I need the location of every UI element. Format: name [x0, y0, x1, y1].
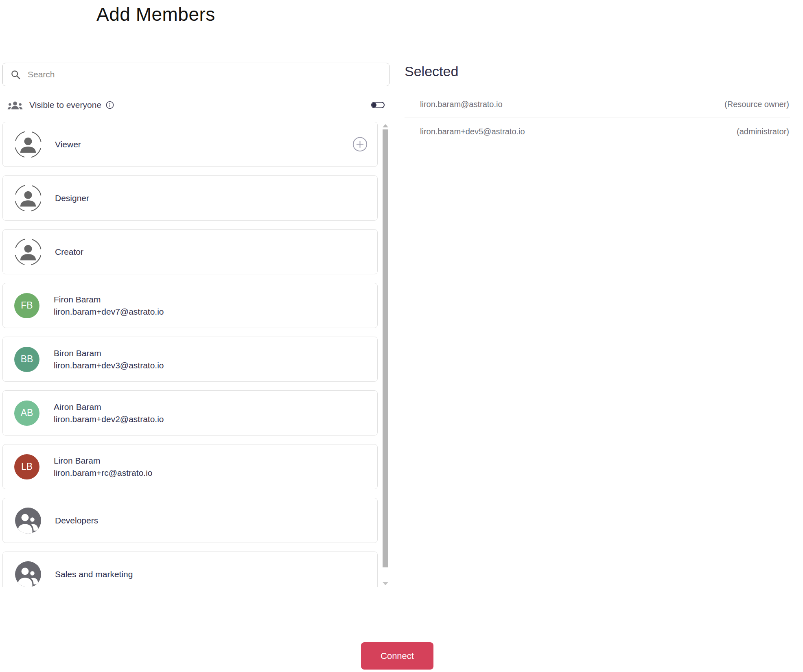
user-email: liron.baram+rc@astrato.io: [54, 468, 153, 478]
list-item-user[interactable]: LB Liron Baram liron.baram+rc@astrato.io: [2, 444, 378, 489]
selected-row[interactable]: liron.baram+dev5@astrato.io (administrat…: [405, 118, 790, 145]
person-dashed-icon: [14, 131, 42, 158]
list-item-user[interactable]: FB Firon Baram liron.baram+dev7@astrato.…: [2, 283, 378, 328]
avatar-initials: FB: [21, 300, 33, 311]
role-label: Creator: [55, 247, 83, 257]
page-title: Add Members: [96, 3, 215, 25]
avatar: FB: [14, 293, 39, 318]
search-box[interactable]: [2, 63, 389, 86]
user-name: Liron Baram: [54, 456, 153, 466]
selected-email: liron.baram@astrato.io: [420, 100, 503, 109]
selected-panel: Selected liron.baram@astrato.io (Resourc…: [405, 63, 790, 145]
user-email: liron.baram+dev2@astrato.io: [54, 414, 164, 424]
add-icon[interactable]: [352, 137, 368, 152]
list-item-user[interactable]: AB Airon Baram liron.baram+dev2@astrato.…: [2, 390, 378, 436]
avatar: BB: [14, 347, 39, 372]
search-input[interactable]: [28, 70, 382, 79]
list-item-role-viewer[interactable]: Viewer: [2, 122, 378, 167]
list-item-group[interactable]: Developers: [2, 498, 378, 543]
user-email: liron.baram+dev7@astrato.io: [54, 307, 164, 317]
visibility-row: Visible to everyone: [2, 99, 389, 111]
avatar-initials: BB: [21, 354, 33, 365]
role-label: Designer: [55, 193, 89, 203]
visibility-toggle[interactable]: [371, 102, 385, 108]
user-name: Biron Baram: [54, 348, 164, 358]
scroll-up-arrow[interactable]: [383, 124, 388, 127]
visibility-label: Visible to everyone: [29, 100, 101, 110]
list-item-user[interactable]: BB Biron Baram liron.baram+dev3@astrato.…: [2, 337, 378, 382]
group-label: Developers: [55, 516, 98, 525]
person-dashed-icon: [14, 184, 42, 212]
toggle-knob: [372, 103, 376, 107]
info-icon[interactable]: [105, 101, 114, 109]
user-name: Firon Baram: [54, 295, 164, 304]
list-scrollbar[interactable]: [383, 122, 388, 587]
connect-button[interactable]: Connect: [361, 642, 433, 670]
members-list: Viewer Desig: [2, 122, 389, 587]
avatar: LB: [14, 454, 39, 479]
selected-email: liron.baram+dev5@astrato.io: [420, 127, 525, 136]
avatar: AB: [14, 401, 39, 426]
person-dashed-icon: [14, 238, 42, 266]
avatar-initials: LB: [21, 461, 33, 472]
role-label: Viewer: [55, 140, 81, 149]
group-icon: [14, 508, 42, 534]
list-item-group[interactable]: Sales and marketing: [2, 552, 378, 587]
members-picker-panel: Visible to everyone Viewer: [2, 63, 389, 587]
list-item-role-creator[interactable]: Creator: [2, 229, 378, 274]
group-icon: [14, 561, 42, 587]
selected-list: liron.baram@astrato.io (Resource owner) …: [405, 91, 790, 145]
people-icon: [7, 100, 23, 110]
user-name: Airon Baram: [54, 402, 164, 412]
scrollbar-thumb[interactable]: [383, 129, 388, 567]
avatar-initials: AB: [21, 407, 33, 418]
selected-role: (Resource owner): [724, 100, 790, 109]
user-email: liron.baram+dev3@astrato.io: [54, 361, 164, 370]
scroll-down-arrow[interactable]: [383, 582, 388, 585]
selected-row[interactable]: liron.baram@astrato.io (Resource owner): [405, 91, 790, 118]
search-icon: [10, 69, 21, 80]
group-label: Sales and marketing: [55, 569, 133, 579]
list-item-role-designer[interactable]: Designer: [2, 175, 378, 221]
selected-heading: Selected: [405, 63, 790, 79]
selected-role: (administrator): [737, 127, 790, 136]
